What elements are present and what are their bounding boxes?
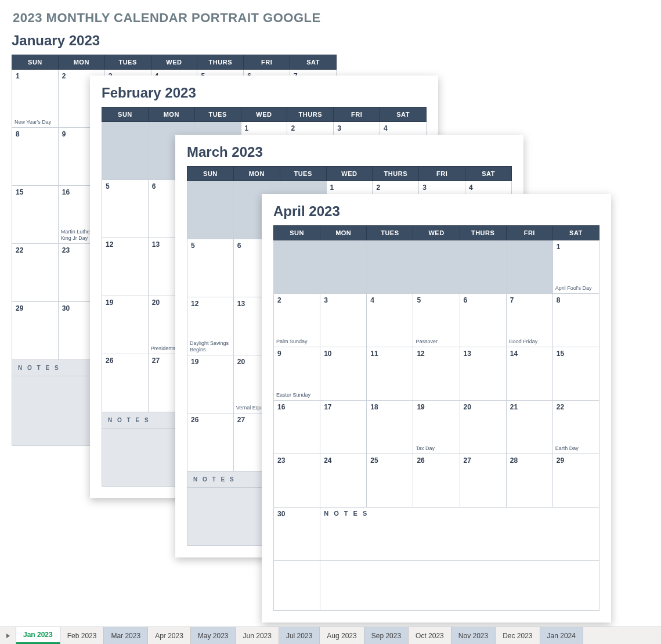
day-number: 27 <box>464 456 503 465</box>
calendar-day-cell[interactable]: 4 <box>367 294 413 347</box>
sheet-tab[interactable]: Apr 2023 <box>148 627 191 644</box>
calendar-day-cell[interactable]: 22Earth Day <box>552 401 599 454</box>
day-number: 4 <box>384 124 422 132</box>
sheet-tab[interactable]: Dec 2023 <box>496 627 540 644</box>
calendar-day-cell[interactable] <box>274 240 320 294</box>
sheet-tab[interactable]: Aug 2023 <box>320 627 364 644</box>
day-header: SAT <box>465 167 512 181</box>
day-number: 1 <box>557 243 595 251</box>
calendar-day-cell[interactable] <box>320 240 367 294</box>
calendar-day-cell[interactable]: 17 <box>320 401 367 454</box>
calendar-day-cell[interactable]: 2Palm Sunday <box>274 294 320 347</box>
day-event-label: New Year's Day <box>15 119 56 125</box>
day-number: 18 <box>370 403 409 411</box>
calendar-day-cell[interactable]: 6 <box>460 294 506 347</box>
sheet-tab[interactable]: Jan 2024 <box>540 627 583 644</box>
sheet-tab[interactable]: Jul 2023 <box>279 627 320 644</box>
calendar-day-cell[interactable]: 19 <box>102 296 149 354</box>
tab-scroll-button[interactable] <box>0 627 16 644</box>
calendar-day-cell[interactable]: 16 <box>274 401 320 454</box>
day-event-label: Passover <box>416 339 457 344</box>
sheet-tab[interactable]: Jan 2023 <box>16 627 60 644</box>
calendar-day-cell[interactable]: 10 <box>320 347 367 401</box>
calendar-day-cell[interactable]: 15 <box>12 186 59 244</box>
calendar-day-cell[interactable]: 1April Fool's Day <box>552 240 599 294</box>
day-number: 1 <box>16 72 55 80</box>
sheet-tab[interactable]: May 2023 <box>191 627 236 644</box>
calendar-day-cell[interactable]: 19 <box>187 355 234 413</box>
sheet-tab[interactable]: Oct 2023 <box>409 627 451 644</box>
day-number: 8 <box>557 296 595 304</box>
calendar-day-cell[interactable]: 12 <box>413 347 460 401</box>
calendar-day-cell[interactable]: 13 <box>460 347 506 401</box>
day-number: 13 <box>464 350 503 358</box>
sheet-tab[interactable]: Sep 2023 <box>364 627 409 644</box>
calendar-day-cell[interactable]: 21 <box>506 401 552 454</box>
sheet-tab[interactable]: Jun 2023 <box>236 627 279 644</box>
calendar-day-cell[interactable]: 26 <box>413 454 460 508</box>
calendar-day-cell[interactable] <box>460 240 506 294</box>
calendar-day-cell[interactable]: 12Daylight Savings Begins <box>187 297 234 355</box>
calendar-day-cell[interactable]: 29 <box>552 454 599 508</box>
calendar-day-cell[interactable]: 14 <box>506 347 552 401</box>
calendar-day-cell[interactable]: 5Passover <box>413 294 460 347</box>
calendar-day-cell[interactable]: 25 <box>367 454 413 508</box>
calendar-day-cell[interactable]: 8 <box>12 128 59 186</box>
day-number: 26 <box>106 357 145 365</box>
day-event-label: Good Friday <box>509 339 550 344</box>
calendar-day-cell[interactable] <box>367 240 413 294</box>
calendar-day-cell[interactable]: 30 <box>274 508 320 561</box>
calendar-day-cell[interactable]: 5 <box>102 180 149 238</box>
calendar-day-cell[interactable]: 5 <box>187 239 234 297</box>
calendar-day-cell[interactable] <box>187 181 234 239</box>
day-number: 15 <box>557 350 595 358</box>
day-number: 5 <box>191 242 230 250</box>
calendar-day-cell[interactable]: 7Good Friday <box>506 294 552 347</box>
day-event-label: Daylight Savings Begins <box>190 340 231 352</box>
day-number: 19 <box>191 358 230 366</box>
day-number: 2 <box>277 296 316 304</box>
calendar-day-cell[interactable]: 26 <box>187 413 234 472</box>
calendar-day-cell[interactable]: 24 <box>320 454 367 508</box>
calendar-day-cell[interactable]: 9Easter Sunday <box>274 347 320 401</box>
day-number: 26 <box>417 456 456 465</box>
day-header: FRI <box>244 55 290 70</box>
calendar-sheet-apr: April 2023 SUN MON TUES WED THURS FRI SA… <box>262 194 611 623</box>
day-number: 15 <box>16 188 55 196</box>
calendar-day-cell[interactable]: 28 <box>506 454 552 508</box>
calendar-day-cell[interactable]: 1New Year's Day <box>12 70 59 128</box>
calendar-day-cell[interactable]: 20 <box>460 401 506 454</box>
calendar-day-cell[interactable] <box>506 240 552 294</box>
calendar-day-cell[interactable]: 3 <box>320 294 367 347</box>
calendar-day-cell[interactable]: 23 <box>274 454 320 508</box>
calendar-day-cell[interactable]: 26 <box>102 354 149 412</box>
day-header: THURS <box>197 55 244 70</box>
day-number: 4 <box>370 296 409 304</box>
calendar-day-cell[interactable] <box>102 122 149 180</box>
calendar-day-cell[interactable]: 15 <box>552 347 599 401</box>
day-header: SUN <box>187 167 234 181</box>
day-header: THURS <box>373 167 419 181</box>
day-number: 19 <box>106 298 145 307</box>
notes-label[interactable]: N O T E S <box>320 508 599 561</box>
calendar-day-cell[interactable]: 12 <box>102 238 149 296</box>
calendar-day-cell[interactable]: 19Tax Day <box>413 401 460 454</box>
calendar-day-cell[interactable]: 22 <box>12 244 59 302</box>
calendar-day-cell[interactable]: 18 <box>367 401 413 454</box>
day-number: 3 <box>422 184 461 192</box>
day-number: 12 <box>191 300 230 308</box>
calendar-day-cell[interactable]: 8 <box>552 294 599 347</box>
calendar-day-cell[interactable] <box>274 561 320 611</box>
day-header: FRI <box>419 167 465 181</box>
notes-area[interactable] <box>320 561 599 611</box>
sheet-tab[interactable]: Nov 2023 <box>451 627 496 644</box>
calendar-day-cell[interactable]: 11 <box>367 347 413 401</box>
day-number: 17 <box>324 403 363 411</box>
day-header: THURS <box>460 226 506 240</box>
day-number: 29 <box>16 304 55 312</box>
calendar-day-cell[interactable] <box>413 240 460 294</box>
calendar-day-cell[interactable]: 29 <box>12 302 59 360</box>
sheet-tab[interactable]: Feb 2023 <box>60 627 104 644</box>
calendar-day-cell[interactable]: 27 <box>460 454 506 508</box>
sheet-tab[interactable]: Mar 2023 <box>104 627 148 644</box>
